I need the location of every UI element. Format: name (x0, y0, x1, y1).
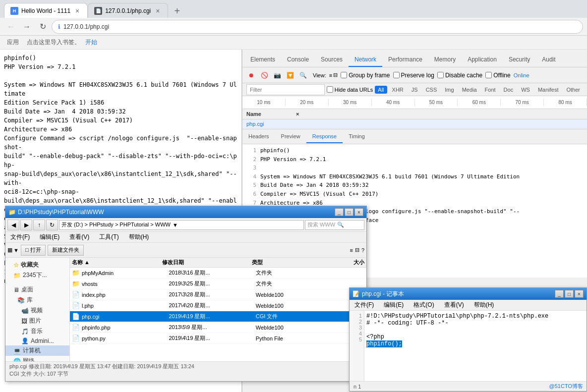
refresh-btn[interactable]: ↻ (36, 20, 50, 34)
size-col-header[interactable]: 大小 (319, 259, 364, 266)
edit-menu[interactable]: 编辑(E) (37, 232, 62, 242)
tools-menu[interactable]: 工具(T) (96, 232, 121, 242)
filter-other[interactable]: Other (563, 86, 583, 94)
clear-btn[interactable]: 🚫 (259, 70, 269, 80)
view-menu[interactable]: 查看(V) (66, 232, 92, 242)
notepad-file-menu[interactable]: 文件(F) (352, 300, 377, 310)
type-col-header[interactable]: 类型 (252, 259, 319, 266)
list-view-icon[interactable]: ≡ (329, 72, 332, 78)
file-row[interactable]: 📄 php.cgi 2019\4\19 星期... CGI 文件 1 (70, 311, 366, 322)
file-row[interactable]: 📁 phpMyAdmin 2018\3\16 星期... 文件夹 (70, 268, 366, 279)
date-col-header[interactable]: 修改日期 (162, 259, 252, 266)
filter-xhr[interactable]: XHR (389, 86, 407, 94)
filter-js[interactable]: JS (409, 86, 421, 94)
filter-media[interactable]: Media (459, 86, 480, 94)
detail-tab-timing[interactable]: Timing (343, 130, 371, 143)
tab-2[interactable]: 📄 127.0.0.1/php.cgi × (88, 3, 168, 18)
desktop-label: 桌面 (21, 285, 33, 294)
devtools-tab-audit[interactable]: Audit (536, 53, 561, 67)
devtools-tab-console[interactable]: Console (281, 53, 315, 67)
refresh-explorer-btn[interactable]: ↻ (46, 220, 58, 230)
apps-bookmark[interactable]: 应用 (4, 37, 22, 48)
new-folder-btn[interactable]: 新建文件夹 (48, 245, 84, 256)
notepad-restore-btn[interactable]: □ (565, 290, 574, 298)
back-explorer-btn[interactable]: ◀ (7, 220, 19, 230)
detail-tab-response[interactable]: Response (306, 130, 343, 143)
details-layout-icon[interactable]: ⊟ (355, 247, 359, 253)
tab-1[interactable]: H Hello World - 1111 × (4, 3, 88, 18)
file-row[interactable]: 📄 index.php 2017\3\28 星期... WebIde100 1 (70, 289, 366, 300)
group-by-frame-check[interactable]: Group by frame (341, 72, 390, 79)
sidebar-library[interactable]: 📚 库 (5, 295, 69, 305)
devtools-tab-security[interactable]: Security (503, 53, 536, 67)
file-row[interactable]: 📁 vhosts 2019\3\25 星期... 文件夹 (70, 279, 366, 289)
tab2-close-btn[interactable]: × (154, 7, 162, 15)
camera-btn[interactable]: 📷 (272, 70, 282, 80)
notepad-text-area[interactable]: #!D:\PHPstudy\PHPTutorial\php\php-7.2.1-… (364, 311, 587, 381)
list-layout-icon[interactable]: ≡ (350, 247, 352, 253)
filter-manifest[interactable]: Manifest (535, 86, 562, 94)
devtools-tab-memory[interactable]: Memory (428, 53, 462, 67)
name-col-header[interactable]: 名称 ▲ (72, 259, 162, 266)
import-bookmark-hint[interactable]: 点击这里导入书签。 (24, 37, 83, 48)
minimize-btn[interactable]: _ (335, 208, 344, 216)
explorer-address-bar[interactable]: 开发 (D:) > PHPstudy > PHPTutorial > WWW ▼ (59, 220, 304, 230)
sidebar-desktop[interactable]: 🖥 桌面 (5, 284, 69, 295)
network-row-phpcgi[interactable]: php.cgi (242, 119, 587, 129)
devtools-tab-performance[interactable]: Performance (382, 53, 428, 67)
devtools-tab-sources[interactable]: Sources (315, 53, 349, 67)
start-bookmark[interactable]: 开始 (85, 38, 97, 47)
file-row[interactable]: 📄 phpinfo.php 2013\5\9 星期... WebIde100 (70, 322, 366, 333)
address-bar[interactable]: ℹ 127.0.0.1/php.cgi (52, 20, 583, 34)
devtools-tab-elements[interactable]: Elements (244, 53, 281, 67)
preserve-log-check[interactable]: Preserve log (393, 72, 434, 79)
notepad-view-menu[interactable]: 查看(V) (441, 300, 467, 310)
filter-doc[interactable]: Doc (501, 86, 517, 94)
restore-btn[interactable]: □ (345, 208, 353, 216)
detail-tab-preview[interactable]: Preview (275, 130, 306, 143)
notepad-edit-menu[interactable]: 编辑(E) (381, 300, 407, 310)
up-explorer-btn[interactable]: ↑ (33, 220, 45, 230)
sidebar-network[interactable]: 🌐 网络 (5, 356, 69, 361)
sidebar-item-2345[interactable]: 📁 2345下... (5, 270, 69, 280)
close-btn[interactable]: × (354, 208, 363, 216)
filter-img[interactable]: Img (442, 86, 457, 94)
filter-all[interactable]: All (375, 86, 387, 94)
file-menu[interactable]: 文件(F) (7, 232, 33, 242)
offline-check[interactable]: Offline (485, 72, 510, 79)
file-row[interactable]: 📄 l.php 2017\4\20 星期... WebIde100 21 (70, 300, 366, 311)
notepad-help-menu[interactable]: 帮助(H) (471, 300, 497, 310)
sidebar-admin[interactable]: 👤 Admini... (5, 336, 69, 345)
bookmarks-bar: 应用 点击这里导入书签。 开始 (0, 36, 587, 50)
forward-btn[interactable]: → (20, 20, 34, 34)
file-row[interactable]: 📄 python.py 2019\4\19 星期... Python File … (70, 333, 366, 344)
tab1-close-btn[interactable]: × (73, 7, 81, 15)
back-btn[interactable]: ← (4, 20, 18, 34)
filter-css[interactable]: CSS (423, 86, 440, 94)
filter-font[interactable]: Font (482, 86, 499, 94)
forward-explorer-btn[interactable]: ▶ (20, 220, 32, 230)
detail-tab-headers[interactable]: Headers (242, 130, 275, 143)
waterfall-view-icon[interactable]: ⊟ (333, 72, 338, 78)
filter-btn[interactable]: 🔽 (285, 70, 295, 80)
notepad-format-menu[interactable]: 格式(O) (411, 300, 437, 310)
devtools-tab-application[interactable]: Application (462, 53, 503, 67)
network-filter-input[interactable] (246, 84, 325, 95)
record-btn[interactable]: ⏺ (246, 70, 256, 80)
notepad-close-btn[interactable]: × (575, 290, 584, 298)
help-menu[interactable]: 帮助(H) (126, 232, 152, 242)
sidebar-music[interactable]: 🎵 音乐 (5, 326, 69, 336)
disable-cache-check[interactable]: Disable cache (437, 72, 482, 79)
open-btn[interactable]: □ 打开 (21, 245, 46, 256)
explorer-search-box[interactable]: 搜索 WWW 🔍 (305, 220, 364, 230)
devtools-tab-network[interactable]: Network (349, 53, 382, 67)
sidebar-video[interactable]: 📹 视频 (5, 305, 69, 316)
search-btn[interactable]: 🔍 (298, 70, 308, 80)
notepad-minimize-btn[interactable]: _ (555, 290, 564, 298)
help-icon[interactable]: ? (361, 247, 364, 253)
new-tab-btn[interactable]: + (170, 4, 184, 18)
filter-ws[interactable]: WS (518, 86, 533, 94)
sidebar-computer[interactable]: 💻 计算机 (5, 345, 69, 356)
hide-data-urls-check[interactable]: Hide data URLs (327, 86, 373, 93)
sidebar-pictures[interactable]: 🖼 图片 (5, 316, 69, 326)
